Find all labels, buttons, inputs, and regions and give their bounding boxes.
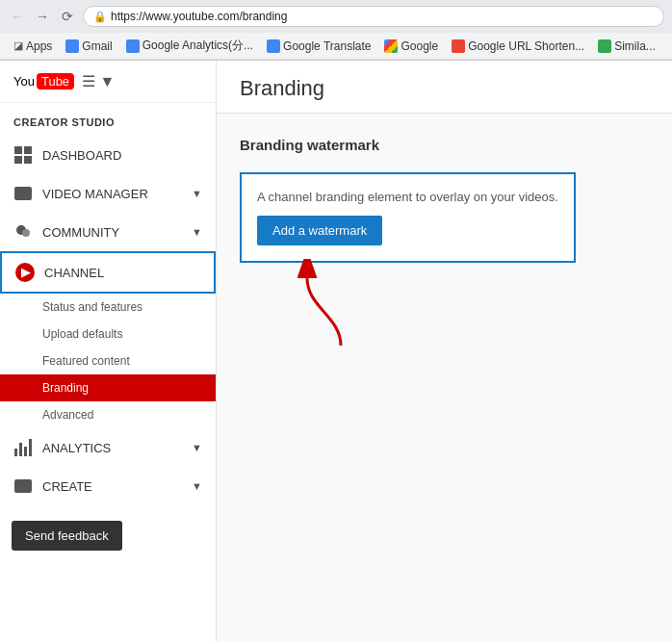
sidebar-item-video-manager[interactable]: VIDEO MANAGER ▼ bbox=[0, 174, 216, 213]
url-text: https://www.youtube.com/branding bbox=[111, 10, 287, 23]
sub-item-featured[interactable]: Featured content bbox=[42, 347, 216, 374]
send-feedback-container: Send feedback bbox=[12, 521, 204, 551]
create-label: CREATE bbox=[42, 479, 92, 494]
send-feedback-button[interactable]: Send feedback bbox=[12, 521, 122, 551]
bookmark-gmail[interactable]: Gmail bbox=[60, 38, 117, 55]
video-manager-icon bbox=[13, 184, 33, 203]
gmail-favicon bbox=[65, 39, 79, 53]
forward-button[interactable]: → bbox=[33, 7, 52, 26]
dashboard-icon bbox=[13, 145, 33, 165]
bookmark-analytics-label: Google Analytics(分... bbox=[142, 38, 253, 54]
address-bar[interactable]: 🔒 https://www.youtube.com/branding bbox=[83, 6, 664, 27]
bookmark-google[interactable]: Google bbox=[378, 38, 444, 55]
channel-icon: ▶ bbox=[15, 263, 35, 282]
watermark-desc: A channel branding element to overlay on… bbox=[257, 190, 558, 204]
bookmark-apps-label: Apps bbox=[26, 39, 52, 53]
back-button[interactable]: ← bbox=[8, 7, 27, 26]
watermark-box: A channel branding element to overlay on… bbox=[240, 172, 576, 263]
bookmark-shortener-label: Google URL Shorten... bbox=[468, 39, 584, 53]
sub-item-upload[interactable]: Upload defaults bbox=[42, 321, 216, 347]
browser-chrome: ← → ⟳ 🔒 https://www.youtube.com/branding… bbox=[0, 0, 672, 61]
sidebar-item-channel[interactable]: ▶ CHANNEL bbox=[0, 251, 216, 294]
create-chevron: ▼ bbox=[192, 480, 202, 492]
video-manager-label: VIDEO MANAGER bbox=[42, 187, 148, 201]
community-icon bbox=[13, 222, 33, 242]
bookmark-google-label: Google bbox=[401, 39, 438, 53]
main-content: Branding Branding watermark A channel br… bbox=[217, 61, 672, 642]
yt-logo-tube: Tube bbox=[37, 73, 74, 90]
bookmark-translate-label: Google Translate bbox=[283, 39, 371, 53]
sidebar-item-community[interactable]: COMMUNITY ▼ bbox=[0, 213, 216, 251]
apps-grid-icon: ◪ bbox=[13, 39, 23, 52]
bookmark-simila[interactable]: Simila... bbox=[592, 38, 661, 55]
red-arrow-indicator bbox=[297, 259, 384, 355]
bookmarks-bar: ◪ Apps Gmail Google Analytics(分... Googl… bbox=[0, 33, 672, 60]
main-layout: You Tube ☰ ▼ CREATOR STUDIO DASHBOARD VI… bbox=[0, 61, 672, 642]
content-body: Branding watermark A channel branding el… bbox=[217, 114, 672, 286]
sub-item-branding[interactable]: Branding bbox=[0, 374, 216, 401]
shortener-favicon bbox=[452, 39, 465, 53]
analytics-icon bbox=[13, 438, 33, 457]
simila-favicon bbox=[598, 39, 611, 53]
refresh-button[interactable]: ⟳ bbox=[58, 7, 77, 26]
hamburger-menu[interactable]: ☰ ▼ bbox=[82, 72, 115, 90]
sidebar-item-analytics[interactable]: ANALYTICS ▼ bbox=[0, 428, 216, 467]
sidebar-item-dashboard[interactable]: DASHBOARD bbox=[0, 136, 216, 174]
nav-bar: ← → ⟳ 🔒 https://www.youtube.com/branding bbox=[0, 0, 672, 33]
content-header: Branding bbox=[217, 61, 672, 114]
bookmark-simila-label: Simila... bbox=[614, 39, 656, 53]
bookmark-apps[interactable]: ◪ Apps bbox=[8, 38, 58, 55]
bookmark-analytics[interactable]: Google Analytics(分... bbox=[120, 36, 259, 56]
svg-point-1 bbox=[22, 229, 30, 237]
sub-item-status[interactable]: Status and features bbox=[42, 294, 216, 321]
google-favicon bbox=[384, 39, 398, 53]
yt-logo: You Tube bbox=[13, 73, 74, 90]
page-title: Branding bbox=[240, 76, 649, 113]
video-manager-chevron: ▼ bbox=[192, 188, 202, 199]
create-icon bbox=[13, 476, 33, 496]
analytics-favicon bbox=[126, 39, 140, 53]
bookmark-translate[interactable]: Google Translate bbox=[261, 38, 376, 55]
bookmark-gmail-label: Gmail bbox=[82, 39, 112, 53]
channel-label: CHANNEL bbox=[44, 266, 104, 280]
analytics-label: ANALYTICS bbox=[42, 441, 111, 455]
sub-item-advanced[interactable]: Advanced bbox=[42, 401, 216, 428]
yt-header: You Tube ☰ ▼ bbox=[0, 61, 216, 103]
community-label: COMMUNITY bbox=[42, 225, 119, 240]
dashboard-label: DASHBOARD bbox=[42, 148, 121, 163]
translate-favicon bbox=[267, 39, 280, 53]
add-watermark-button[interactable]: Add a watermark bbox=[257, 216, 382, 245]
analytics-chevron: ▼ bbox=[192, 442, 202, 453]
section-title: Branding watermark bbox=[240, 137, 649, 153]
yt-logo-you: You bbox=[13, 74, 35, 89]
sidebar: You Tube ☰ ▼ CREATOR STUDIO DASHBOARD VI… bbox=[0, 61, 217, 642]
lock-icon: 🔒 bbox=[93, 11, 107, 23]
creator-studio-label: CREATOR STUDIO bbox=[0, 103, 216, 136]
sidebar-item-create[interactable]: CREATE ▼ bbox=[0, 467, 216, 505]
bookmark-url-shortener[interactable]: Google URL Shorten... bbox=[446, 38, 590, 55]
channel-sub-items: Status and features Upload defaults Feat… bbox=[0, 294, 216, 428]
community-chevron: ▼ bbox=[192, 226, 202, 238]
